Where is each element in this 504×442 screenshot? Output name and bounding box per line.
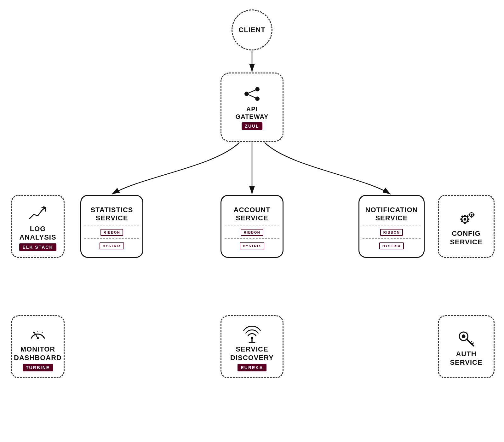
account-sub: RIBBON	[225, 225, 279, 236]
svg-line-27	[33, 332, 34, 333]
broadcast-icon	[243, 326, 261, 343]
notification-sub2: HYSTRIX	[363, 238, 421, 249]
log-analysis-node: LOGANALYSIS ELK STACK	[11, 195, 65, 258]
account-sub2: HYSTRIX	[225, 238, 279, 249]
svg-rect-16	[461, 215, 463, 218]
notification-ribbon-badge: RIBBON	[380, 229, 403, 236]
svg-point-35	[251, 337, 253, 339]
statistics-hystrix-badge: HYSTRIX	[100, 242, 124, 249]
svg-rect-14	[460, 218, 462, 220]
svg-rect-22	[471, 212, 472, 213]
svg-point-11	[463, 218, 466, 220]
service-discovery-node: SERVICEDISCOVERY EUREKA	[220, 315, 284, 378]
svg-point-32	[37, 337, 39, 339]
config-service-node: CONFIGSERVICE	[438, 195, 495, 258]
svg-point-21	[471, 214, 472, 216]
notification-label: NOTIFICATIONSERVICE	[365, 206, 418, 223]
discovery-label: SERVICEDISCOVERY	[230, 345, 274, 362]
account-service-node: ACCOUNTSERVICE RIBBON HYSTRIX	[220, 195, 284, 258]
svg-line-7	[247, 94, 257, 99]
svg-rect-25	[473, 214, 474, 215]
api-gateway-label: APIGATEWAY	[236, 105, 269, 120]
svg-point-37	[461, 334, 465, 338]
svg-rect-24	[468, 214, 470, 215]
account-label: ACCOUNTSERVICE	[234, 206, 271, 223]
monitor-dashboard-node: MONITORDASHBOARD TURBINE	[11, 315, 65, 378]
gear-icon	[456, 210, 477, 227]
monitor-label: MONITORDASHBOARD	[14, 345, 62, 362]
chart-icon	[28, 206, 47, 222]
speedometer-icon	[28, 326, 47, 342]
svg-line-6	[247, 89, 257, 94]
auth-service-node: AUTHSERVICE	[438, 315, 495, 378]
api-gateway-node: APIGATEWAY ZUUL	[220, 73, 284, 142]
statistics-label: STATISTICSSERVICE	[90, 206, 133, 223]
config-label: CONFIGSERVICE	[450, 230, 482, 246]
statistics-sub2: HYSTRIX	[84, 238, 139, 249]
auth-label: AUTHSERVICE	[450, 350, 482, 367]
client-label: CLIENT	[238, 26, 265, 34]
client-node: CLIENT	[232, 9, 272, 50]
account-hystrix-badge: HYSTRIX	[240, 242, 264, 249]
key-icon	[458, 330, 475, 348]
svg-rect-13	[464, 222, 466, 224]
elk-stack-badge: ELK STACK	[19, 243, 56, 251]
svg-rect-17	[466, 215, 469, 218]
share-icon	[243, 86, 261, 102]
statistics-sub: RIBBON	[84, 225, 139, 236]
svg-line-29	[42, 332, 43, 333]
zuul-badge: ZUUL	[242, 122, 262, 130]
svg-line-40	[472, 343, 473, 345]
statistics-ribbon-badge: RIBBON	[100, 229, 123, 236]
notification-service-node: NOTIFICATIONSERVICE RIBBON HYSTRIX	[358, 195, 425, 258]
log-analysis-label: LOGANALYSIS	[19, 225, 56, 241]
statistics-service-node: STATISTICSSERVICE RIBBON HYSTRIX	[80, 195, 143, 258]
turbine-badge: TURBINE	[23, 364, 53, 371]
eureka-badge: EUREKA	[238, 364, 266, 371]
svg-rect-12	[464, 215, 466, 217]
svg-line-39	[470, 341, 472, 343]
svg-rect-23	[471, 216, 472, 218]
notification-hystrix-badge: HYSTRIX	[379, 242, 404, 249]
svg-rect-15	[467, 218, 469, 220]
account-ribbon-badge: RIBBON	[241, 229, 263, 236]
notification-sub: RIBBON	[363, 225, 421, 236]
